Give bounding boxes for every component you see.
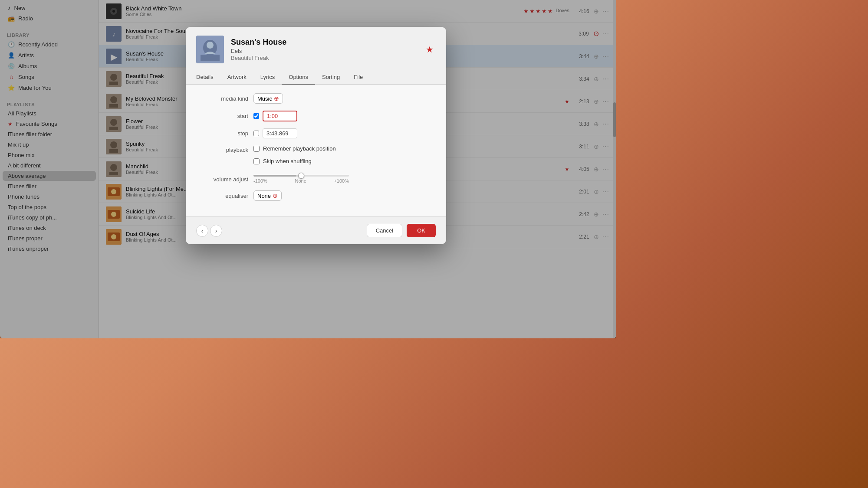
remember-playback-label: Remember playback position <box>263 145 336 152</box>
tab-options[interactable]: Options <box>282 70 315 85</box>
dialog-song-artist: Eels <box>231 48 417 54</box>
dialog-artwork <box>196 36 224 63</box>
stop-row: stop 3:43.869 <box>196 128 436 138</box>
next-song-button[interactable]: › <box>210 225 222 237</box>
tab-file[interactable]: File <box>347 70 370 85</box>
volume-labels: -100% None +100% <box>253 178 349 183</box>
equaliser-label: equaliser <box>196 193 248 199</box>
volume-slider[interactable] <box>253 175 349 177</box>
playback-row: playback Remember playback position Skip… <box>196 145 436 168</box>
chevron-left-icon: ‹ <box>201 227 204 234</box>
select-arrow-icon: ⊕ <box>274 95 279 102</box>
skip-shuffling-checkbox[interactable] <box>253 158 260 164</box>
stop-label: stop <box>196 130 248 137</box>
volume-max-label: +100% <box>334 178 349 183</box>
chevron-right-icon: › <box>215 227 217 234</box>
svg-point-34 <box>207 42 214 49</box>
media-kind-row: media kind Music ⊕ <box>196 93 436 104</box>
dialog-favorite-button[interactable]: ★ <box>424 43 436 56</box>
stop-time-display: 3:43.869 <box>263 128 297 138</box>
ok-button[interactable]: OK <box>407 224 436 237</box>
dialog-song-album: Beautiful Freak <box>231 55 417 61</box>
volume-adjust-label: volume adjust <box>196 176 248 183</box>
skip-shuffling-label: Skip when shuffling <box>263 158 312 164</box>
dialog-overlay: Susan's House Eels Beautiful Freak ★ Det… <box>0 0 616 338</box>
volume-none-label: None <box>295 178 306 183</box>
equaliser-control: None ⊕ <box>253 190 282 201</box>
dialog-navigation: ‹ › <box>196 225 222 237</box>
svg-rect-33 <box>201 55 220 61</box>
favorite-star-icon: ★ <box>426 44 434 55</box>
playback-checkboxes: Remember playback position Skip when shu… <box>253 145 336 168</box>
start-label: start <box>196 113 248 119</box>
dialog-action-buttons: Cancel OK <box>367 224 436 237</box>
volume-adjust-row: volume adjust -100% None +100% <box>196 175 436 183</box>
dialog-song-title: Susan's House <box>231 38 417 47</box>
volume-min-label: -100% <box>253 178 267 183</box>
dialog-song-info: Susan's House Eels Beautiful Freak <box>231 38 417 61</box>
dialog-header: Susan's House Eels Beautiful Freak ★ <box>186 27 446 70</box>
equaliser-row: equaliser None ⊕ <box>196 190 436 201</box>
previous-song-button[interactable]: ‹ <box>196 225 208 237</box>
stop-control: 3:43.869 <box>253 128 297 138</box>
start-checkbox[interactable] <box>253 113 259 119</box>
start-row: start <box>196 111 436 121</box>
tab-artwork[interactable]: Artwork <box>220 70 253 85</box>
equaliser-arrow-icon: ⊕ <box>273 192 278 199</box>
volume-slider-container: -100% None +100% <box>253 175 349 183</box>
media-kind-label: media kind <box>196 95 248 102</box>
media-kind-select[interactable]: Music ⊕ <box>253 93 283 104</box>
tab-sorting[interactable]: Sorting <box>315 70 347 85</box>
start-time-input[interactable] <box>263 111 297 121</box>
equaliser-select[interactable]: None ⊕ <box>253 190 282 201</box>
start-control <box>253 111 297 121</box>
tab-lyrics[interactable]: Lyrics <box>253 70 282 85</box>
remember-playback-checkbox[interactable] <box>253 146 260 152</box>
song-info-dialog: Susan's House Eels Beautiful Freak ★ Det… <box>186 27 446 244</box>
dialog-footer: ‹ › Cancel OK <box>186 216 446 244</box>
media-kind-control: Music ⊕ <box>253 93 283 104</box>
tab-details[interactable]: Details <box>189 70 220 85</box>
equaliser-value: None <box>257 193 271 199</box>
stop-checkbox[interactable] <box>253 131 259 136</box>
dialog-body: media kind Music ⊕ start stop <box>186 85 446 216</box>
cancel-button[interactable]: Cancel <box>367 224 402 237</box>
playback-label: playback <box>196 145 248 153</box>
remember-playback-row: Remember playback position <box>253 145 336 152</box>
skip-shuffling-row: Skip when shuffling <box>253 158 336 164</box>
dialog-tabs: Details Artwork Lyrics Options Sorting F… <box>186 70 446 85</box>
media-kind-value: Music <box>257 95 272 102</box>
